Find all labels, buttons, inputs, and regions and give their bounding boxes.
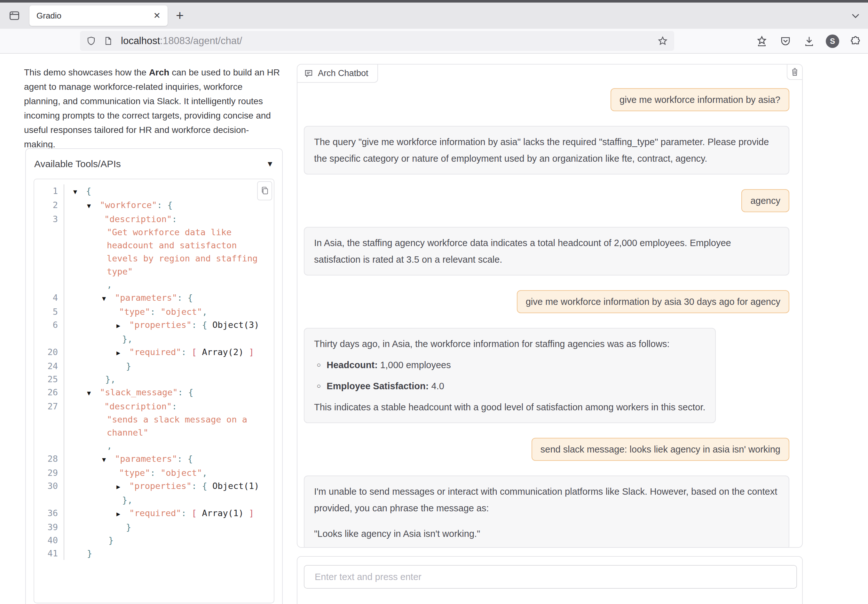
code-row: 6▶"properties": { Object(3) — [34, 318, 274, 332]
chat-message-bot: I'm unable to send messages or interact … — [304, 476, 789, 548]
tools-accordion: Available Tools/APIs ▼ 1▼{2▼"workforce":… — [25, 148, 283, 604]
line-number: 36 — [34, 507, 58, 521]
tree-toggle-icon[interactable]: ▼ — [87, 199, 100, 213]
demo-description: This demo showcases how the Arch can be … — [24, 65, 280, 151]
copy-icon[interactable] — [257, 181, 272, 200]
description-bold-arch: Arch — [149, 68, 169, 77]
tools-accordion-header[interactable]: Available Tools/APIs ▼ — [26, 149, 282, 179]
code-row: 41} — [34, 547, 274, 560]
list-tabs-chevron-icon[interactable] — [850, 10, 861, 21]
code-row: type" — [34, 265, 274, 278]
code-row: 20▶"required": [ Array(2) ] — [34, 346, 274, 360]
code-row: 40} — [34, 534, 274, 547]
line-number: 28 — [34, 452, 58, 466]
tree-toggle-icon[interactable]: ▼ — [87, 387, 100, 400]
code-row: channel" — [34, 426, 274, 439]
accordion-collapse-icon[interactable]: ▼ — [266, 159, 274, 168]
chat-message-user: give me workforce information by asia? — [611, 88, 789, 111]
firefox-view-icon[interactable] — [5, 6, 24, 25]
chat-message-user: send slack message: looks liek agency in… — [532, 438, 789, 461]
line-number — [34, 265, 58, 278]
list-item: ○Employee Satisfaction: 4.0 — [314, 378, 705, 394]
line-number — [34, 426, 58, 439]
tab-close-icon[interactable]: ✕ — [153, 11, 161, 21]
shield-icon[interactable] — [86, 36, 96, 46]
browser-window: Gradio ✕ + localhost:18083/agent/chat/ — [0, 0, 868, 604]
download-icon[interactable] — [802, 34, 816, 48]
code-row: levels by region and staffing — [34, 252, 274, 265]
code-row: , — [34, 439, 274, 452]
tree-toggle-icon[interactable]: ▼ — [73, 185, 86, 198]
chatbot-label: Arch Chatbot — [298, 65, 378, 83]
code-row: 1▼{ — [34, 184, 274, 198]
save-bookmark-icon[interactable] — [755, 34, 769, 48]
line-number: 26 — [34, 386, 58, 400]
line-number — [34, 439, 58, 452]
tree-toggle-icon[interactable]: ▶ — [116, 346, 129, 360]
line-number: 41 — [34, 547, 58, 560]
line-number: 29 — [34, 466, 58, 479]
line-number: 30 — [34, 479, 58, 493]
line-number: 27 — [34, 400, 58, 413]
list-item: ○Headcount: 1,000 employees — [314, 357, 705, 373]
code-row: 5"type": "object", — [34, 305, 274, 318]
chat-messages: give me workforce information by asia?Th… — [298, 65, 802, 547]
line-number: 1 — [34, 184, 58, 198]
code-row: 2▼"workforce": { — [34, 198, 274, 213]
code-row: headcount and satisfacton — [34, 239, 274, 252]
tree-toggle-icon[interactable]: ▶ — [116, 507, 129, 521]
tree-toggle-icon[interactable]: ▼ — [102, 453, 115, 466]
code-row: 39} — [34, 521, 274, 534]
new-tab-button[interactable]: + — [176, 9, 184, 22]
line-number — [34, 239, 58, 252]
chat-message-user: agency — [741, 189, 789, 212]
browser-toolbar: localhost:18083/agent/chat/ — [0, 29, 868, 54]
account-avatar[interactable]: S — [826, 34, 839, 48]
chat-message-bot: The query "give me workforce information… — [304, 126, 789, 175]
clear-chat-trash-icon[interactable] — [787, 65, 802, 80]
line-number: 24 — [34, 360, 58, 372]
line-number: 6 — [34, 318, 58, 332]
chat-message-bot: In Asia, the staffing agency workforce d… — [304, 227, 789, 275]
chat-text-input[interactable] — [304, 565, 797, 589]
code-row: 3"description": — [34, 213, 274, 226]
line-number — [34, 413, 58, 426]
line-number — [34, 226, 58, 239]
chat-input-container — [297, 556, 803, 604]
line-number: 5 — [34, 305, 58, 318]
tree-toggle-icon[interactable]: ▶ — [116, 319, 129, 332]
tools-accordion-title: Available Tools/APIs — [34, 159, 121, 169]
browser-tab-gradio[interactable]: Gradio ✕ — [29, 5, 167, 26]
url-host: localhost — [121, 35, 160, 46]
code-row: "sends a slack message on a — [34, 413, 274, 426]
tree-toggle-icon[interactable]: ▼ — [102, 292, 115, 305]
url-path: :18083/agent/chat/ — [160, 35, 242, 46]
line-number: 2 — [34, 198, 58, 213]
url-text: localhost:18083/agent/chat/ — [121, 35, 242, 47]
line-number: 3 — [34, 213, 58, 226]
line-number — [34, 332, 58, 346]
toolbar-icons: S — [755, 29, 863, 54]
line-number: 40 — [34, 534, 58, 547]
json-viewer: 1▼{2▼"workforce": {3"description":"Get w… — [34, 179, 274, 603]
line-number: 20 — [34, 346, 58, 360]
url-bar[interactable]: localhost:18083/agent/chat/ — [80, 31, 674, 51]
code-row: "Get workforce data like — [34, 226, 274, 239]
code-row: , — [34, 278, 274, 291]
page-icon[interactable] — [104, 36, 113, 46]
bookmark-star-icon[interactable] — [657, 36, 668, 46]
chat-bubble-icon — [304, 69, 313, 78]
tree-toggle-icon[interactable]: ▶ — [116, 480, 129, 493]
tab-title: Gradio — [36, 11, 153, 21]
line-number: 39 — [34, 521, 58, 534]
code-row: }, — [34, 332, 274, 346]
chat-message-bot: Thirty days ago, in Asia, the workforce … — [304, 328, 716, 423]
code-row: 29"type": "object", — [34, 466, 274, 479]
extensions-puzzle-icon[interactable] — [849, 34, 863, 48]
line-number: 4 — [34, 291, 58, 305]
chatbot-panel: give me workforce information by asia?Th… — [297, 64, 803, 548]
chatbot-label-text: Arch Chatbot — [318, 68, 369, 78]
line-number — [34, 493, 58, 507]
pocket-icon[interactable] — [778, 34, 792, 48]
code-row: 26▼"slack_message": { — [34, 386, 274, 400]
